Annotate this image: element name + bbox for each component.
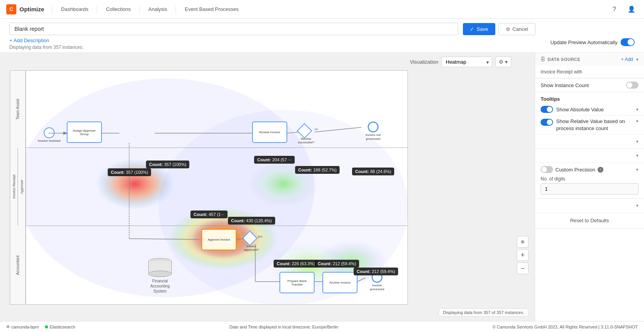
nav-item-dashboards[interactable]: Dashboards — [54, 0, 95, 19]
chevron-icon-1: ▾ — [636, 139, 639, 144]
status-left: ⚙ camunda-bpm Elasticsearch — [6, 325, 75, 329]
nav-item-event-based[interactable]: Event Based Processes — [178, 0, 246, 19]
bpmn-label-no: no — [315, 127, 318, 131]
save-button[interactable]: ✓ Save — [463, 23, 495, 35]
nav-separator-4 — [176, 5, 176, 13]
add-datasource-btn[interactable]: + Add — [621, 57, 633, 62]
datasource-label: DATA SOURCE — [548, 57, 580, 62]
svg-line-28 — [358, 278, 365, 282]
show-relative-value-row: Show Relative Value based on process ins… — [535, 116, 644, 135]
show-absolute-value-label: Show Absolute Value — [556, 107, 635, 112]
viz-select-wrapper: Heatmap ▾ — [441, 57, 492, 67]
show-absolute-value-row: Show Absolute Value ▾ — [535, 104, 644, 116]
nav-separator-3 — [139, 5, 140, 13]
elasticsearch-dot — [45, 325, 48, 328]
custom-precision-row: Custom Precision i ▾ — [535, 163, 644, 176]
bpmn-event-invoice-received: Invoice received — [37, 127, 61, 143]
bpmn-event-invoice-not-processed: Invoice not processed — [361, 121, 385, 141]
show-absolute-toggle[interactable] — [541, 106, 553, 113]
instance-count-section: Show Instance Count — [535, 79, 644, 92]
custom-precision-chevron-icon[interactable]: ▾ — [636, 167, 639, 172]
count-tooltip-4: Count: 188 (52.7%) — [295, 166, 340, 174]
lane-label-team-assist: Team Assist — [10, 71, 26, 148]
panel-expand-arrow[interactable]: › — [535, 179, 535, 195]
count-tooltip-3: Count: 204 (57 ··· — [254, 156, 295, 164]
camunda-status-icon: ⚙ — [6, 325, 10, 329]
lane-label-invoice-receipt: Invoice Receipt — [10, 148, 18, 226]
count-tooltip-8: Count: 226 (63.3%) — [274, 260, 318, 268]
collapsed-row-1[interactable]: ▾ — [535, 135, 644, 149]
count-tooltip-9: Count: 212 (59.4%) — [315, 260, 359, 268]
nav-item-analysis[interactable]: Analysis — [141, 0, 174, 19]
collapsed-row-3[interactable]: ▾ — [535, 199, 644, 213]
instance-count-toggle[interactable] — [626, 82, 639, 89]
viz-label: Visualization — [410, 59, 438, 65]
custom-precision-info-icon[interactable]: i — [598, 167, 603, 173]
logo[interactable]: C Optimize — [6, 4, 44, 14]
financial-system: FinancialAccountingSystem — [148, 243, 172, 294]
nav-separator-2 — [97, 5, 97, 13]
count-tooltip-5: Count: 88 (24.6%) — [352, 168, 394, 175]
custom-precision-toggle[interactable] — [541, 166, 553, 173]
digits-input[interactable] — [541, 183, 639, 195]
tooltips-header: Tooltips — [535, 92, 644, 104]
viz-type-select[interactable]: Heatmap — [441, 57, 492, 67]
cancel-icon: ⊘ — [506, 26, 510, 32]
zoom-controls: ⊕ + − — [517, 236, 528, 274]
datasource-section: 🗄 DATA SOURCE + Add ▾ Invoice Receipt wi… — [535, 53, 644, 79]
reset-section: Reset to Defaults — [535, 213, 644, 228]
database-icon: 🗄 — [541, 57, 545, 62]
viz-settings-chevron-icon: ▾ — [505, 59, 508, 65]
bpmn-label-invoice-approved: Invoice approved? — [240, 245, 263, 252]
elasticsearch-status: Elasticsearch — [45, 325, 75, 329]
bpmn-task-archive-invoice: Archive Invoice — [322, 272, 358, 293]
viz-controls: Visualization Heatmap ▾ ⚙ ▾ — [410, 57, 511, 67]
svg-line-20 — [287, 132, 299, 133]
absolute-value-chevron-icon[interactable]: ▾ — [636, 107, 639, 112]
viz-settings-button[interactable]: ⚙ ▾ — [495, 57, 511, 67]
report-header: ✓ Save ⊘ Cancel + Add Description Displa… — [0, 19, 644, 53]
displaying-info-overlay: Displaying data from 357 of 357 instance… — [439, 309, 528, 316]
report-title-input[interactable] — [9, 23, 458, 35]
add-description-link[interactable]: + Add Description — [9, 37, 84, 43]
nav-separator-1 — [52, 5, 52, 13]
zoom-in-button[interactable]: + — [517, 249, 528, 261]
cancel-button[interactable]: ⊘ Cancel — [498, 23, 535, 35]
status-bar: ⚙ camunda-bpm Elasticsearch Date and Tim… — [0, 321, 644, 332]
nav-item-collections[interactable]: Collections — [99, 0, 138, 19]
bpmn-label-yes: yes — [258, 235, 262, 238]
heatmap-svg: Team Assist Invoice Receipt Approver Acc… — [10, 71, 407, 304]
count-tooltip-10: Count: 212 (59.4%) — [354, 268, 398, 275]
app-name: Optimize — [20, 6, 44, 12]
logo-box: C — [6, 4, 16, 14]
bpmn-task-review-invoice: Review Invoice — [252, 121, 287, 143]
datasource-header[interactable]: 🗄 DATA SOURCE + Add ▾ — [535, 53, 644, 66]
center-view-button[interactable]: ⊕ — [517, 236, 528, 248]
user-icon-btn[interactable]: 👤 — [625, 3, 638, 16]
lane-label-accountant: Accountant — [10, 226, 26, 305]
right-panel: › 🗄 DATA SOURCE + Add ▾ Invoice Receipt … — [535, 53, 644, 321]
zoom-out-button[interactable]: − — [517, 262, 528, 274]
reset-defaults-button[interactable]: Reset to Defaults — [570, 218, 609, 223]
help-icon-btn[interactable]: ? — [608, 3, 621, 16]
svg-line-23 — [129, 239, 201, 239]
count-tooltip-6: Count: 457 (1··· — [190, 211, 228, 218]
save-checkmark-icon: ✓ — [470, 26, 474, 32]
canvas-area: Visualization Heatmap ▾ ⚙ ▾ — [0, 53, 535, 321]
show-relative-toggle[interactable] — [541, 119, 553, 126]
status-center: Date and Time displayed in local timezon… — [229, 325, 338, 329]
custom-precision-label: Custom Precision — [555, 167, 595, 173]
collapsed-row-2[interactable]: ▾ — [535, 149, 644, 163]
content: ✓ Save ⊘ Cancel + Add Description Displa… — [0, 19, 644, 332]
bpmn-gateway-invoice-approved — [242, 230, 258, 246]
lane-label-approver: Approver — [18, 148, 26, 226]
svg-line-21 — [315, 127, 361, 132]
instance-info: Displaying data from 357 instances. — [9, 45, 84, 50]
nav-right: ? 👤 — [608, 3, 638, 16]
main-area: Visualization Heatmap ▾ ⚙ ▾ — [0, 53, 644, 321]
bpmn-diagram: Team Assist Invoice Receipt Approver Acc… — [10, 70, 408, 305]
bpmn-task-prepare-bank-transfer: Prepare Bank Transfer — [279, 272, 315, 293]
relative-value-chevron-icon[interactable]: ▾ — [636, 119, 639, 124]
update-preview-toggle[interactable] — [621, 38, 635, 46]
camunda-status: ⚙ camunda-bpm — [6, 325, 39, 329]
